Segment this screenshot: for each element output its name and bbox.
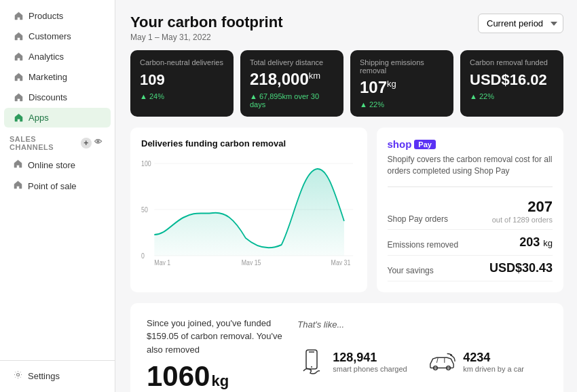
impact-number: 128,941 <box>333 351 407 365</box>
shoppay-row-label: Emissions removed <box>388 240 459 250</box>
settings-nav-item[interactable]: Settings <box>4 366 111 386</box>
home-icon <box>14 113 23 123</box>
shoppay-row-1: Emissions removed 203 kg <box>388 230 553 256</box>
sidebar-item-customers[interactable]: Customers <box>4 26 111 46</box>
stat-card-1: Total delivery distance 218,000km ▲ 67,8… <box>240 50 343 117</box>
shoppay-desc: Shopify covers the carbon removal cost f… <box>388 154 553 177</box>
nav-item-label: Marketing <box>29 72 67 82</box>
impact-text: 128,941 smart phones charged <box>333 351 407 373</box>
shoppay-row-2: Your savings USD$30.43 <box>388 256 553 281</box>
period-select[interactable]: Current period <box>478 14 563 33</box>
channel-label: Online store <box>28 160 75 170</box>
svg-text:May 15: May 15 <box>242 259 261 266</box>
nav-item-label: Analytics <box>29 52 64 62</box>
stat-change: ▲ 22% <box>360 100 444 109</box>
shoppay-row-0: Shop Pay orders 207out of 1289 orders <box>388 193 553 230</box>
channel-label: Point of sale <box>28 181 77 191</box>
content-row: Deliveries funding carbon removal 100 50… <box>130 128 563 292</box>
add-channel-button[interactable]: + <box>81 138 92 149</box>
sales-channels-label: SALES CHANNELS <box>10 135 81 151</box>
home-icon <box>14 93 23 102</box>
page-subtitle: May 1 – May 31, 2022 <box>130 33 282 42</box>
page-title: Your carbon footprint <box>130 14 282 31</box>
chart-area: 100 50 0 <box>141 157 356 265</box>
shoppay-row-label: Shop Pay orders <box>388 214 448 224</box>
stat-label: Carbon-neutral deliveries <box>140 58 224 66</box>
header-left: Your carbon footprint May 1 – May 31, 20… <box>130 14 282 42</box>
shoppay-sub: out of 1289 orders <box>492 216 553 224</box>
view-channel-button[interactable]: 👁 <box>94 138 105 149</box>
chart-title: Deliveries funding carbon removal <box>141 138 356 149</box>
nav-item-label: Discounts <box>29 92 67 102</box>
stat-value: 218,000km <box>250 71 334 88</box>
bottom-big-number: 1060 kg <box>147 360 284 392</box>
sidebar-item-products[interactable]: Products <box>4 6 111 26</box>
shoppay-row-label: Your savings <box>388 266 434 275</box>
shoppay-card: shop Pay Shopify covers the carbon remov… <box>377 128 563 292</box>
sales-channels-section: SALES CHANNELS + 👁 <box>0 128 115 154</box>
nav-item-label: Apps <box>29 113 49 123</box>
stats-row: Carbon-neutral deliveries 109 ▲ 24% Tota… <box>130 50 563 117</box>
impact-description: km driven by a car <box>463 365 524 373</box>
stat-card-2: Shipping emissions removal 107kg ▲ 22% <box>350 50 453 117</box>
nav-item-label: Products <box>29 11 63 21</box>
svg-text:0: 0 <box>141 252 145 260</box>
impact-item-phone: 128,941 smart phones charged <box>297 347 417 376</box>
sidebar: Products Customers Analytics Marketing D <box>0 0 115 392</box>
impact-item-car: 4234 km driven by a car <box>428 347 547 376</box>
shoppay-logo: shop Pay <box>388 138 553 150</box>
home-icon <box>14 73 23 82</box>
shoppay-logo-text: shop <box>388 138 412 150</box>
settings-label: Settings <box>28 371 60 381</box>
shoppay-value: 207 <box>492 198 553 216</box>
main-content: Your carbon footprint May 1 – May 31, 20… <box>115 0 577 392</box>
stat-card-3: Carbon removal funded USD$16.02 ▲ 22% <box>460 50 563 117</box>
car-icon <box>428 349 456 374</box>
sidebar-item-marketing[interactable]: Marketing <box>4 67 111 87</box>
svg-point-0 <box>17 374 20 376</box>
home-icon <box>14 32 23 41</box>
shoppay-value: USD$30.43 <box>489 261 553 275</box>
bottom-card: Since you joined, you've funded $159.05 … <box>130 303 563 392</box>
settings-icon <box>14 370 22 381</box>
phone-icon <box>297 349 326 374</box>
impact-item-globe: 0.11 flights around the earth <box>297 388 417 392</box>
bottom-joined-text: Since you joined, you've funded $159.05 … <box>147 317 284 357</box>
svg-point-15 <box>450 354 452 356</box>
home-icon <box>14 180 22 191</box>
home-icon <box>14 52 23 62</box>
stat-change: ▲ 67,895km over 30 days <box>250 92 334 109</box>
sidebar-footer: Settings <box>0 360 115 387</box>
stat-change: ▲ 22% <box>470 92 554 100</box>
svg-text:100: 100 <box>141 160 151 168</box>
nav-item-label: Customers <box>29 31 71 41</box>
stat-label: Carbon removal funded <box>470 58 554 66</box>
stat-value: USD$16.02 <box>470 71 554 88</box>
home-icon <box>14 159 22 170</box>
svg-text:May 1: May 1 <box>154 259 170 266</box>
chart-card: Deliveries funding carbon removal 100 50… <box>130 128 367 292</box>
sidebar-item-analytics[interactable]: Analytics <box>4 47 111 66</box>
stat-card-0: Carbon-neutral deliveries 109 ▲ 24% <box>130 50 234 117</box>
thats-like-label: That's like... <box>297 319 547 330</box>
svg-text:50: 50 <box>141 206 148 214</box>
impact-text: 4234 km driven by a car <box>463 351 524 373</box>
channel-item-point-of-sale[interactable]: Point of sale <box>4 176 111 196</box>
stat-label: Total delivery distance <box>250 58 334 66</box>
channel-item-online-store[interactable]: Online store <box>4 155 111 175</box>
impact-item-gas: 119 gallons of gasoline consumed <box>428 388 547 392</box>
impact-number: 4234 <box>463 351 524 365</box>
stat-change: ▲ 24% <box>140 92 224 100</box>
shoppay-pay-badge: Pay <box>414 140 436 149</box>
stat-label: Shipping emissions removal <box>360 58 444 75</box>
sidebar-item-apps[interactable]: Apps <box>4 108 111 128</box>
svg-rect-10 <box>306 350 317 369</box>
stat-value: 109 <box>140 71 224 88</box>
bottom-right: That's like... 128,941 smart phones char… <box>297 317 547 392</box>
bottom-left: Since you joined, you've funded $159.05 … <box>147 317 297 392</box>
shoppay-value: 203 kg <box>519 235 553 250</box>
sidebar-item-discounts[interactable]: Discounts <box>4 87 111 107</box>
stat-value: 107kg <box>360 79 444 96</box>
home-icon <box>14 12 23 21</box>
page-header: Your carbon footprint May 1 – May 31, 20… <box>130 14 563 42</box>
